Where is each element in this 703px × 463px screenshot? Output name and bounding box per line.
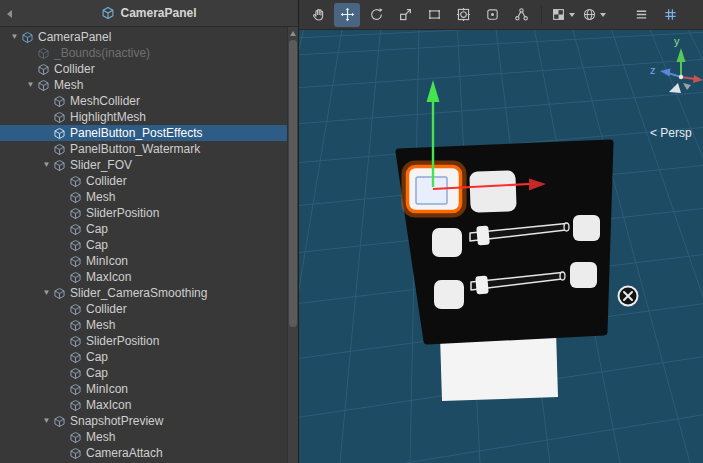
hierarchy-item-label: Slider_CameraSmoothing — [70, 285, 207, 301]
cube-icon — [37, 79, 50, 92]
checker-pattern-icon — [551, 7, 566, 22]
expand-arrow-icon[interactable]: ▼ — [40, 413, 53, 429]
hierarchy-item-Cap[interactable]: Cap — [0, 349, 287, 365]
expand-arrow-icon[interactable]: ▼ — [8, 29, 21, 45]
hierarchy-item-label: MeshCollider — [70, 93, 140, 109]
hierarchy-item-SnapshotPreview[interactable]: ▼ SnapshotPreview — [0, 413, 287, 429]
axis-y-label: y — [674, 35, 680, 47]
hierarchy-item-label: Mesh — [86, 189, 115, 205]
cube-icon — [69, 271, 82, 284]
transform-tool-icon — [456, 7, 471, 22]
hierarchy-scrollbar[interactable] — [287, 27, 298, 463]
slider-handle[interactable] — [476, 226, 490, 246]
hierarchy-item-SliderPosition[interactable]: SliderPosition — [0, 333, 287, 349]
perspective-label[interactable]: < Persp — [650, 126, 692, 140]
expand-arrow-icon[interactable]: ▼ — [40, 285, 53, 301]
hierarchy-item-Cap[interactable]: Cap — [0, 237, 287, 253]
hierarchy-item-CameraPanel[interactable]: ▼ CameraPanel — [0, 29, 287, 45]
expand-arrow-icon[interactable]: ▼ — [40, 157, 53, 173]
expand-arrow-icon[interactable]: ▼ — [24, 77, 37, 93]
hierarchy-item-Mesh[interactable]: Mesh — [0, 189, 287, 205]
component-graph-icon — [514, 7, 529, 22]
cube-icon — [69, 255, 82, 268]
hierarchy-item-label: Cap — [86, 349, 108, 365]
hierarchy-item-label: MaxIcon — [86, 269, 131, 285]
hierarchy-item-label: Collider — [54, 61, 95, 77]
hierarchy-item-Cap[interactable]: Cap — [0, 221, 287, 237]
globe-icon — [582, 7, 597, 22]
tool-component-tools[interactable] — [508, 3, 534, 27]
prefab-title: CameraPanel — [120, 6, 196, 20]
hierarchy-item-label: Cap — [86, 237, 108, 253]
hierarchy-item-label: PanelButton_Watermark — [70, 141, 200, 157]
hierarchy-item-SliderPosition[interactable]: SliderPosition — [0, 205, 287, 221]
cube-icon — [69, 239, 82, 252]
hierarchy-item-HighlightMesh[interactable]: HighlightMesh — [0, 109, 287, 125]
cube-icon — [69, 367, 82, 380]
cube-icon — [37, 63, 50, 76]
hierarchy-item-Cap[interactable]: Cap — [0, 365, 287, 381]
scale-tool-icon — [398, 7, 413, 22]
hierarchy-item-label: SliderPosition — [86, 333, 159, 349]
snapshot-close-button[interactable] — [619, 287, 638, 306]
tool-hand[interactable] — [305, 3, 331, 27]
hierarchy-item-PanelButton_Watermark[interactable]: PanelButton_Watermark — [0, 141, 287, 157]
hierarchy-item-MinIcon[interactable]: MinIcon — [0, 381, 287, 397]
toolbar-divider — [541, 6, 542, 24]
cube-icon — [69, 303, 82, 316]
cube-icon — [53, 127, 66, 140]
hierarchy-item-MeshCollider[interactable]: MeshCollider — [0, 93, 287, 109]
camera-panel-object[interactable] — [399, 143, 610, 341]
tool-rotate[interactable] — [363, 3, 389, 27]
hierarchy-item-MinIcon[interactable]: MinIcon — [0, 253, 287, 269]
rect-tool-icon — [427, 7, 442, 22]
scene-viewport[interactable]: < Persp y z — [299, 30, 703, 463]
hierarchy-item-MaxIcon[interactable]: MaxIcon — [0, 397, 287, 413]
scroll-up-icon[interactable] — [290, 31, 296, 36]
render-toggle-dropdown[interactable] — [549, 3, 577, 27]
grid-snap-toggle[interactable] — [657, 3, 683, 27]
cube-icon — [69, 191, 82, 204]
hierarchy-item-_Bounds(inactive)[interactable]: _Bounds(inactive) — [0, 45, 287, 61]
hierarchy-item-label: Collider — [86, 173, 127, 189]
hierarchy-item-CameraAttach[interactable]: CameraAttach — [0, 445, 287, 461]
hierarchy-item-Slider_FOV[interactable]: ▼ Slider_FOV — [0, 157, 287, 173]
hierarchy-list: ▼ CameraPanel _Bounds(inactive) Collider… — [0, 27, 287, 463]
hierarchy-item-Mesh[interactable]: ▼ Mesh — [0, 77, 287, 93]
cube-icon — [53, 287, 66, 300]
scrollbar-thumb[interactable] — [289, 40, 297, 327]
hierarchy-item-Collider[interactable]: Collider — [0, 301, 287, 317]
overlay-menu-button[interactable] — [628, 3, 654, 27]
hierarchy-item-label: _Bounds(inactive) — [54, 45, 150, 61]
back-arrow-icon[interactable] — [7, 10, 12, 18]
panel-button-watermark[interactable] — [469, 170, 516, 213]
hierarchy-item-Slider_CameraSmoothing[interactable]: ▼ Slider_CameraSmoothing — [0, 285, 287, 301]
hierarchy-item-Collider[interactable]: Collider — [0, 61, 287, 77]
cube-icon — [53, 111, 66, 124]
tool-move[interactable] — [334, 3, 360, 27]
hierarchy-item-label: PanelButton_PostEffects — [70, 125, 203, 141]
hierarchy-item-MaxIcon[interactable]: MaxIcon — [0, 269, 287, 285]
hand-tool-icon — [311, 7, 326, 22]
hierarchy-item-label: Mesh — [54, 77, 83, 93]
rotate-tool-icon — [369, 7, 384, 22]
custom-tools-icon — [485, 7, 500, 22]
tool-rect[interactable] — [421, 3, 447, 27]
hierarchy-item-label: Mesh — [86, 317, 115, 333]
hierarchy-item-Collider[interactable]: Collider — [0, 173, 287, 189]
cube-icon — [69, 207, 82, 220]
slider-handle[interactable] — [475, 276, 489, 295]
tool-scale[interactable] — [392, 3, 418, 27]
cube-icon — [69, 447, 82, 460]
tool-transform[interactable] — [450, 3, 476, 27]
tool-custom-editor-tools[interactable] — [479, 3, 505, 27]
hierarchy-item-label: Cap — [86, 365, 108, 381]
move-tool-icon — [340, 7, 355, 22]
hierarchy-item-Mesh[interactable]: Mesh — [0, 429, 287, 445]
hierarchy-item-Mesh[interactable]: Mesh — [0, 317, 287, 333]
shading-mode-dropdown[interactable] — [580, 3, 608, 27]
hierarchy-item-PanelButton_PostEffects[interactable]: PanelButton_PostEffects — [0, 125, 287, 141]
cube-icon — [69, 399, 82, 412]
cube-icon — [69, 431, 82, 444]
hierarchy-panel: CameraPanel ▼ CameraPanel _Bounds(inacti… — [0, 0, 299, 463]
